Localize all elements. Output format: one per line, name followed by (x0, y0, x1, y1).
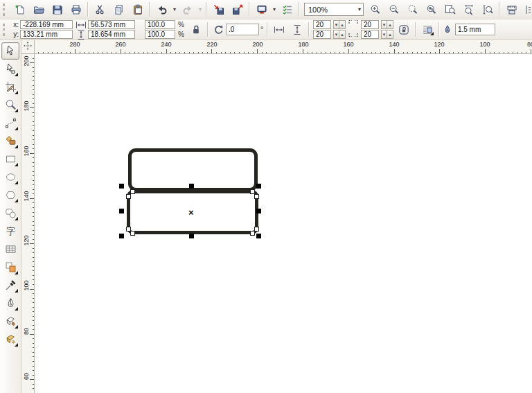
selection-handle[interactable] (119, 184, 124, 189)
spin-down-icon[interactable]: ▼ (333, 20, 339, 29)
canvas[interactable]: × (35, 54, 532, 393)
spin-up-icon[interactable]: ▲ (339, 20, 346, 29)
rotation-angle-field[interactable] (226, 24, 259, 35)
spin-up-icon[interactable]: ▲ (387, 20, 393, 29)
rectangle-tool[interactable] (1, 150, 19, 168)
corner-radius-bottom-right-spinner[interactable]: ▼▲ (381, 30, 393, 39)
corner-node[interactable] (126, 194, 131, 199)
scale-horizontal-field[interactable] (145, 20, 175, 29)
flyout-triangle-icon[interactable] (15, 181, 18, 184)
clipped-toolbar-button[interactable] (522, 1, 531, 17)
spin-up-icon[interactable]: ▲ (387, 30, 393, 39)
snap-to-button[interactable] (278, 1, 296, 17)
zoom-level-combo[interactable]: 100%▾ (304, 3, 364, 16)
corner-radius-bottom-left-field[interactable] (313, 30, 331, 39)
lock-ratio-button[interactable] (188, 21, 204, 37)
eyedropper-tool[interactable] (1, 277, 19, 294)
print-button[interactable] (67, 1, 85, 17)
mirror-horizontal-button[interactable] (271, 21, 287, 37)
corner-node[interactable] (130, 231, 135, 236)
interactive-fill-tool[interactable] (1, 331, 19, 348)
redo-button[interactable] (179, 1, 196, 17)
zoom-to-page-width-button[interactable] (460, 1, 477, 17)
y-position-field[interactable] (20, 30, 73, 39)
fill-tool[interactable] (1, 313, 19, 330)
selection-handle[interactable] (189, 234, 194, 238)
undo-dropdown[interactable]: ▾ (171, 6, 178, 12)
table-tool[interactable] (1, 241, 19, 258)
mirror-vertical-button[interactable] (289, 21, 305, 37)
selection-handle[interactable] (189, 184, 194, 189)
smart-fill-tool[interactable] (1, 132, 19, 150)
import-button[interactable] (210, 1, 227, 17)
flyout-triangle-icon[interactable] (15, 307, 18, 311)
open-button[interactable] (30, 1, 47, 17)
blend-tool[interactable] (1, 259, 19, 276)
basic-shapes-tool[interactable] (1, 204, 19, 222)
horizontal-ruler[interactable]: 28026024022020018016014012010080 (35, 40, 532, 54)
application-launcher-button[interactable] (253, 1, 270, 17)
zoom-to-selection-button[interactable] (404, 1, 421, 17)
save-button[interactable] (48, 1, 66, 17)
text-tool[interactable]: 字 (1, 222, 19, 240)
wrap-paragraph-text-button[interactable] (419, 21, 436, 37)
flyout-triangle-icon[interactable] (15, 271, 18, 274)
flyout-triangle-icon[interactable] (15, 73, 18, 76)
object-height-field[interactable] (88, 30, 135, 39)
corner-radius-bottom-right-field[interactable] (361, 30, 379, 39)
pick-tool[interactable] (1, 42, 19, 60)
selection-handle[interactable] (119, 209, 124, 213)
selection-handle[interactable] (256, 184, 261, 189)
flyout-triangle-icon[interactable] (15, 289, 18, 292)
zoom-to-page-height-button[interactable] (479, 1, 496, 17)
copy-button[interactable] (110, 1, 127, 17)
outline-width-field[interactable] (455, 24, 495, 35)
ellipse-tool[interactable] (1, 168, 19, 186)
x-position-field[interactable] (20, 20, 73, 29)
flyout-triangle-icon[interactable] (15, 217, 18, 220)
zoom-to-all-objects-button[interactable] (423, 1, 440, 17)
ruler-setup-button[interactable] (503, 1, 520, 17)
corner-radius-bottom-left-spinner[interactable]: ▼▲ (333, 30, 346, 39)
object-width-field[interactable] (88, 20, 135, 29)
redo-dropdown[interactable]: ▾ (197, 6, 204, 12)
corner-node[interactable] (130, 189, 135, 194)
flyout-triangle-icon[interactable] (15, 91, 18, 94)
scale-vertical-field[interactable] (145, 30, 175, 39)
corner-node[interactable] (254, 194, 259, 199)
flyout-triangle-icon[interactable] (15, 127, 18, 130)
flyout-triangle-icon[interactable] (15, 109, 18, 112)
flyout-triangle-icon[interactable] (15, 163, 18, 166)
freehand-tool[interactable] (1, 114, 19, 132)
flyout-triangle-icon[interactable] (15, 343, 18, 347)
property-bar-grip[interactable] (3, 24, 8, 36)
export-button[interactable] (229, 1, 246, 17)
corner-node[interactable] (250, 189, 255, 194)
toolbar-grip[interactable] (3, 3, 8, 16)
undo-button[interactable] (153, 1, 170, 17)
polygon-tool[interactable] (1, 186, 19, 204)
paste-button[interactable] (129, 1, 146, 17)
zoom-tool[interactable] (1, 96, 19, 114)
vertical-ruler[interactable]: 2001801601401201008060 (21, 54, 35, 393)
corner-radius-top-right-field[interactable] (361, 20, 379, 29)
zoom-to-page-button[interactable] (441, 1, 459, 17)
flyout-triangle-icon[interactable] (15, 199, 18, 202)
object-center-mark[interactable]: × (188, 209, 194, 216)
outline-pen-tool[interactable] (1, 295, 19, 312)
spin-up-icon[interactable]: ▲ (339, 30, 346, 39)
corner-radius-top-left-spinner[interactable]: ▼▲ (333, 20, 346, 29)
corner-radius-top-right-spinner[interactable]: ▼▲ (381, 20, 393, 29)
zoom-in-button[interactable] (366, 1, 384, 17)
round-corners-together-button[interactable] (396, 21, 412, 37)
new-document-button[interactable] (11, 1, 28, 17)
crop-tool[interactable] (1, 78, 19, 96)
shape-tool[interactable] (1, 60, 19, 78)
corner-radius-top-left-field[interactable] (313, 20, 331, 29)
corner-node[interactable] (250, 231, 255, 236)
spin-down-icon[interactable]: ▼ (381, 30, 387, 39)
selection-handle[interactable] (256, 209, 261, 213)
zoom-out-button[interactable] (385, 1, 402, 17)
selection-handle[interactable] (119, 234, 124, 238)
flyout-triangle-icon[interactable] (15, 325, 18, 329)
